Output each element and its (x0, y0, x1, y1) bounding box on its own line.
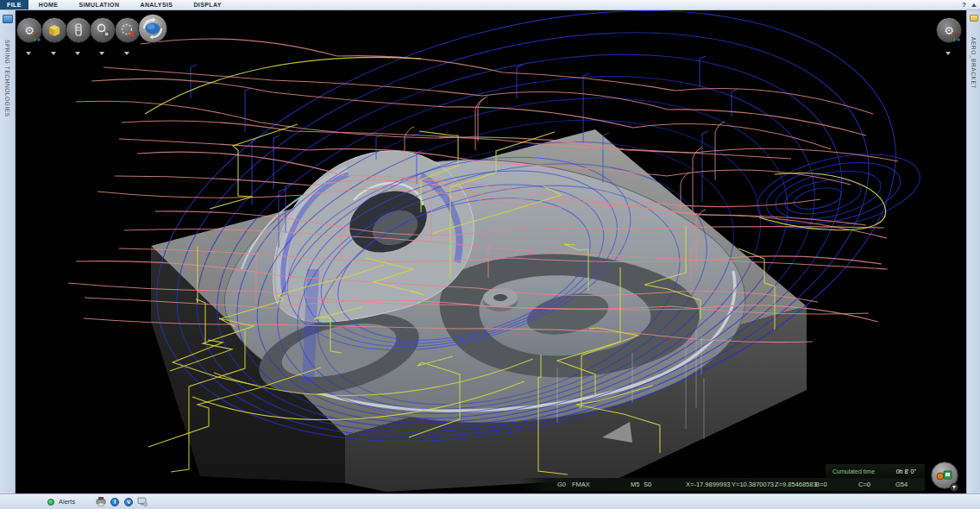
chevron-down-icon[interactable] (26, 52, 31, 55)
right-panel-rail[interactable]: AERO_BRACKET (966, 10, 980, 509)
right-rail-title: AERO_BRACKET (971, 37, 977, 89)
nc-status-bar: G0 FMAX M5 S0 X=-17.9899993 Y=10.3870073… (519, 478, 925, 491)
expand-icon[interactable] (950, 483, 958, 492)
alerts-status-icon (47, 499, 54, 506)
chevron-down-icon[interactable] (945, 52, 951, 55)
view-rotate-button[interactable] (138, 14, 167, 43)
alerts-label[interactable]: Alerts (59, 498, 75, 506)
display-monitor-icon[interactable] (137, 497, 148, 507)
tool-holder-icon (72, 23, 85, 37)
zoom-button[interactable] (90, 17, 116, 43)
machine-setup-button[interactable]: ⚙ (16, 17, 42, 43)
tab-home[interactable]: HOME (28, 0, 69, 9)
x-coordinate: X=-17.9899993 (686, 481, 731, 488)
left-panel-rail[interactable]: SPRING TECHNOLOGIES (0, 10, 16, 493)
machine-icon (936, 468, 953, 482)
y-coordinate: Y=10.3870073 (732, 481, 774, 488)
stock-cube-icon (47, 24, 61, 37)
chevron-down-icon[interactable] (99, 52, 104, 55)
feed-value: FMAX (572, 481, 590, 488)
project-folder-icon (3, 15, 13, 23)
cumulated-time-panel: Cumulated time 0h 8' 0" (826, 464, 925, 478)
printer-icon[interactable] (96, 497, 106, 507)
selection-circle-icon (120, 22, 135, 38)
display-settings-button[interactable]: ⚙ (936, 17, 962, 43)
pin-ribbon-icon[interactable] (971, 3, 977, 7)
left-rail-title: SPRING TECHNOLOGIES (4, 40, 10, 117)
document-icon (970, 15, 978, 22)
z-coordinate: Z=9.85468583 (775, 481, 817, 488)
magnifier-icon (96, 23, 110, 37)
stock-button[interactable] (41, 17, 67, 43)
menu-bar: FILE HOME SIMULATION ANALYSIS DISPLAY ? (0, 0, 980, 10)
expand-down-icon[interactable]: v (123, 497, 134, 507)
orbit-view-icon (141, 17, 164, 40)
m-code-value: M5 (631, 481, 639, 488)
viewport-3d[interactable]: ⚙ (16, 10, 968, 493)
info-icon[interactable]: i (110, 497, 120, 507)
tab-simulation[interactable]: SIMULATION (68, 0, 129, 9)
spindle-value: S0 (644, 481, 651, 488)
machining-scene (16, 10, 968, 493)
tab-analysis[interactable]: ANALYSIS (129, 0, 183, 9)
cumulated-time-value: 0h 8' 0" (896, 468, 916, 474)
help-icon[interactable]: ? (962, 2, 966, 9)
window-status-bar: Alerts i v (0, 493, 980, 509)
tab-file[interactable]: FILE (0, 0, 28, 9)
chevron-down-icon[interactable] (124, 52, 129, 55)
cumulated-time-label: Cumulated time (832, 468, 875, 474)
work-offset-value: G54 (895, 481, 908, 488)
application-window: FILE HOME SIMULATION ANALYSIS DISPLAY ? … (0, 0, 980, 509)
chevron-down-icon[interactable] (51, 52, 56, 55)
selection-button[interactable] (115, 17, 141, 43)
b-axis-value: B=0 (815, 481, 827, 488)
ncsimul-logo-icon (33, 34, 41, 41)
ncsimul-logo-icon (952, 34, 960, 41)
tab-display[interactable]: DISPLAY (183, 0, 232, 9)
chevron-down-icon[interactable] (75, 52, 80, 55)
c-axis-value: C=0 (858, 481, 870, 488)
tool-button[interactable] (66, 17, 91, 43)
gcode-value: G0 (557, 481, 566, 488)
